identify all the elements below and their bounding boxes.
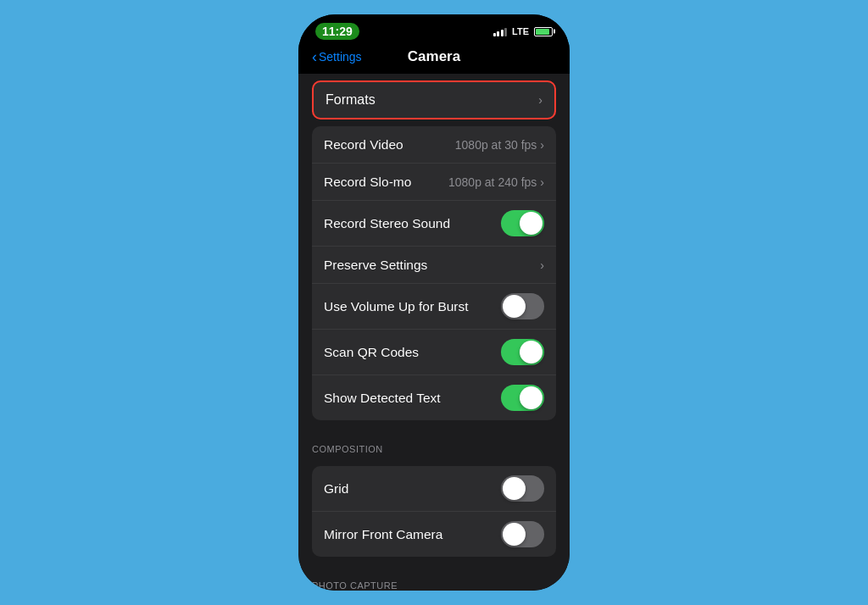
- record-video-row[interactable]: Record Video 1080p at 30 fps ›: [312, 126, 556, 164]
- chevron-left-icon: ‹: [312, 49, 317, 64]
- phone-frame: 11:29 LTE ‹ Settings Camera: [298, 14, 570, 591]
- formats-label: Formats: [326, 92, 538, 108]
- mirror-front-camera-row: Mirror Front Camera: [312, 512, 556, 557]
- page-title: Camera: [408, 48, 460, 65]
- lte-label: LTE: [512, 26, 529, 36]
- grid-label: Grid: [324, 481, 501, 497]
- record-slo-mo-row[interactable]: Record Slo-mo 1080p at 240 fps ›: [312, 164, 556, 201]
- battery-icon: [534, 27, 553, 36]
- toggle-knob: [520, 386, 542, 409]
- record-slo-mo-label: Record Slo-mo: [324, 175, 448, 190]
- grid-row: Grid: [312, 466, 556, 512]
- preserve-settings-label: Preserve Settings: [324, 258, 540, 273]
- record-stereo-sound-row: Record Stereo Sound: [312, 201, 556, 247]
- mirror-front-camera-toggle[interactable]: [501, 521, 544, 547]
- settings-content: Formats › Record Video 1080p at 30 fps ›…: [298, 74, 570, 591]
- show-detected-text-toggle[interactable]: [501, 385, 544, 411]
- settings-scroll: Formats › Record Video 1080p at 30 fps ›…: [298, 74, 570, 591]
- formats-section: Formats ›: [298, 74, 570, 119]
- record-video-chevron-icon: ›: [540, 138, 544, 152]
- signal-bars-icon: [493, 26, 508, 36]
- bar1: [493, 33, 496, 36]
- back-button[interactable]: ‹ Settings: [312, 49, 362, 64]
- toggle-knob: [503, 523, 526, 546]
- record-stereo-sound-toggle[interactable]: [501, 210, 544, 236]
- composition-section: Composition Grid Mirror Front Camera: [298, 427, 570, 557]
- toggle-knob: [503, 477, 526, 500]
- use-volume-up-row: Use Volume Up for Burst: [312, 284, 556, 330]
- scan-qr-codes-toggle[interactable]: [501, 339, 544, 365]
- record-video-value: 1080p at 30 fps: [455, 138, 537, 152]
- formats-chevron-icon: ›: [538, 93, 542, 107]
- preserve-settings-chevron-icon: ›: [540, 258, 544, 272]
- record-slo-mo-chevron-icon: ›: [540, 175, 544, 189]
- toggle-knob: [503, 295, 526, 318]
- preserve-settings-row[interactable]: Preserve Settings ›: [312, 247, 556, 284]
- show-detected-text-label: Show Detected Text: [324, 391, 501, 406]
- composition-header: Composition: [298, 427, 570, 459]
- toggle-knob: [520, 212, 542, 235]
- scan-qr-codes-label: Scan QR Codes: [324, 345, 501, 360]
- status-bar: 11:29 LTE: [298, 14, 570, 45]
- bar2: [497, 31, 499, 36]
- scan-qr-codes-row: Scan QR Codes: [312, 330, 556, 375]
- bar3: [501, 30, 504, 36]
- use-volume-up-toggle[interactable]: [501, 293, 544, 319]
- formats-row[interactable]: Formats ›: [312, 80, 556, 119]
- record-stereo-sound-label: Record Stereo Sound: [324, 216, 501, 231]
- show-detected-text-row: Show Detected Text: [312, 375, 556, 420]
- mirror-front-camera-label: Mirror Front Camera: [324, 527, 501, 542]
- photo-capture-header: Photo Capture: [298, 563, 570, 591]
- nav-bar: ‹ Settings Camera: [298, 45, 570, 74]
- record-slo-mo-value: 1080p at 240 fps: [448, 175, 537, 189]
- bar4: [504, 28, 507, 36]
- video-settings-group: Record Video 1080p at 30 fps › Record Sl…: [312, 126, 556, 420]
- grid-toggle[interactable]: [501, 475, 544, 502]
- record-video-label: Record Video: [324, 137, 455, 153]
- photo-capture-section: Photo Capture Prioritise Faster Shooting…: [298, 563, 570, 591]
- toggle-knob: [520, 341, 542, 364]
- status-icons: LTE: [493, 26, 553, 36]
- composition-group: Grid Mirror Front Camera: [312, 466, 556, 557]
- battery-fill: [536, 29, 549, 35]
- back-label: Settings: [319, 50, 362, 64]
- use-volume-up-label: Use Volume Up for Burst: [324, 299, 501, 314]
- status-time: 11:29: [315, 23, 359, 40]
